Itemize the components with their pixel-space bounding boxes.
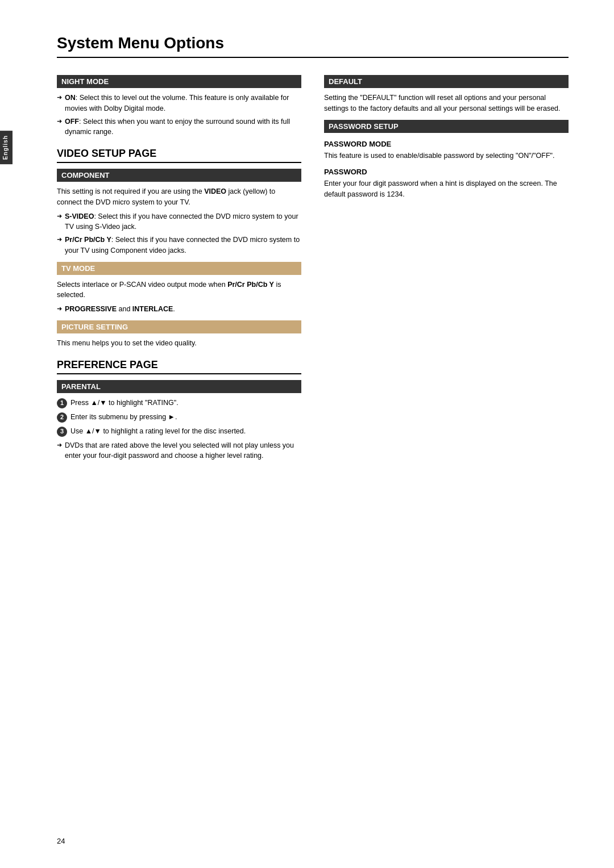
right-column: DEFAULT Setting the "DEFAULT" function w… — [324, 69, 569, 464]
step-2: 2 Enter its submenu by pressing ►. — [57, 412, 301, 423]
step-1: 1 Press ▲/▼ to highlight "RATING". — [57, 398, 301, 408]
night-mode-header: NIGHT MODE — [57, 75, 301, 88]
preference-title: PREFERENCE PAGE — [57, 359, 301, 374]
left-column: NIGHT MODE ON: Select this to level out … — [57, 69, 301, 464]
video-setup-title: VIDEO SETUP PAGE — [57, 148, 301, 163]
page-title: System Menu Options — [57, 34, 569, 58]
page-number: 24 — [57, 837, 65, 845]
step-3: 3 Use ▲/▼ to highlight a rating level fo… — [57, 426, 301, 437]
night-mode-on-text: : Select this to level out the volume. T… — [65, 94, 289, 112]
password-mode-text: This feature is used to enable/disable p… — [324, 151, 569, 161]
component-text: This setting is not required if you are … — [57, 186, 301, 208]
picture-setting-header: PICTURE SETTING — [57, 320, 301, 333]
default-header: DEFAULT — [324, 75, 569, 88]
password-sub: PASSWORD — [324, 168, 569, 176]
progressive-label: PROGRESSIVE — [65, 305, 117, 313]
two-column-layout: NIGHT MODE ON: Select this to level out … — [57, 69, 569, 464]
component-header: COMPONENT — [57, 169, 301, 182]
step-1-number: 1 — [57, 398, 67, 408]
progressive-item: PROGRESSIVE and INTERLACE. — [57, 304, 301, 315]
step-2-text: Enter its submenu by pressing ►. — [70, 412, 177, 423]
password-mode-sub: PASSWORD MODE — [324, 140, 569, 148]
night-mode-on-item: ON: Select this to level out the volume.… — [57, 93, 301, 114]
night-mode-off-text: : Select this when you want to enjoy the… — [65, 118, 290, 136]
night-mode-on-label: ON — [65, 94, 76, 102]
svideo-label: S-VIDEO — [65, 212, 94, 220]
password-setup-header: PASSWORD SETUP — [324, 120, 569, 133]
tv-mode-text: Selects interlace or P-SCAN video output… — [57, 279, 301, 301]
svideo-text: : Select this if you have connected the … — [65, 212, 298, 231]
picture-setting-text: This menu helps you to set the video qua… — [57, 338, 301, 349]
dvds-arrow-item: DVDs that are rated above the level you … — [57, 440, 301, 462]
step-3-number: 3 — [57, 427, 67, 437]
step-3-text: Use ▲/▼ to highlight a rating level for … — [70, 426, 246, 437]
night-mode-off-label: OFF — [65, 118, 79, 126]
tv-mode-header: TV MODE — [57, 262, 301, 275]
page: English System Menu Options NIGHT MODE O… — [0, 0, 614, 868]
interlace-label: INTERLACE — [132, 305, 173, 313]
password-text: Enter your four digit password when a hi… — [324, 178, 569, 200]
night-mode-off-item: OFF: Select this when you want to enjoy … — [57, 116, 301, 138]
step-2-number: 2 — [57, 412, 67, 423]
tv-mode-bold: Pr/Cr Pb/Cb Y — [227, 281, 274, 289]
component-bold: VIDEO — [204, 187, 226, 195]
prcr-label: Pr/Cr Pb/Cb Y — [65, 236, 111, 244]
default-text: Setting the "DEFAULT" function will rese… — [324, 93, 569, 114]
prcr-item: Pr/Cr Pb/Cb Y: Select this if you have c… — [57, 235, 301, 256]
english-tab: English — [0, 131, 13, 164]
svideo-item: S-VIDEO: Select this if you have connect… — [57, 211, 301, 233]
step-1-text: Press ▲/▼ to highlight "RATING". — [70, 398, 179, 408]
parental-header: PARENTAL — [57, 380, 301, 393]
